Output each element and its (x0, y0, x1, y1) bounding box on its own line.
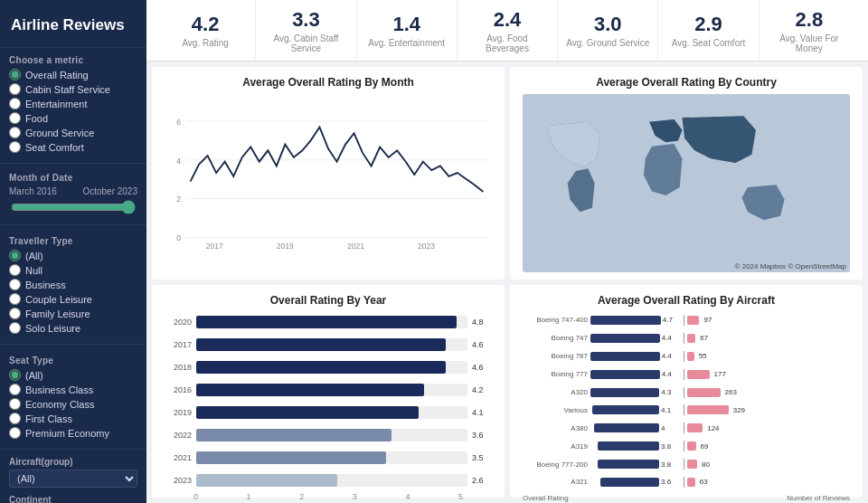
ac-left: 4.4 (590, 334, 681, 343)
ac-left-val: 4.4 (662, 352, 681, 360)
ac-left-bar (590, 352, 660, 361)
year-row: 2017 4.6 (165, 338, 492, 351)
line-chart-content: 6 4 2 0 2017 2019 2021 2023 (165, 94, 492, 272)
year-x-axis: 0 1 2 3 4 5 (165, 492, 492, 501)
aircraft-row: A320 4.3 263 (523, 385, 850, 400)
ac-right-val: 177 (714, 370, 726, 378)
seat-item-first[interactable]: First Class (9, 413, 137, 424)
seat-item-all[interactable]: (All) (9, 369, 137, 381)
traveller-item-couple[interactable]: Couple Leisure (9, 293, 137, 305)
aircraft-chart: Boeing 747-400 4.7 97 Boeing 747 4.4 67 … (523, 312, 850, 490)
year-track (196, 338, 467, 351)
line-chart-svg: 6 4 2 0 2017 2019 2021 2023 (165, 94, 492, 272)
year-fill (196, 429, 392, 441)
traveller-item-all[interactable]: (All) (9, 250, 137, 261)
map-content: © 2024 Mapbox © OpenStreetMap (523, 94, 850, 272)
ac-left-bar (590, 334, 660, 343)
aircraft-dropdown-label: Aircraft(group) (9, 457, 137, 467)
metric-item-seat[interactable]: Seat Comfort (9, 141, 137, 153)
ac-right-val: 124 (707, 424, 719, 432)
aircraft-row: Boeing 787 4.4 55 (523, 349, 850, 364)
year-label: 2018 (165, 363, 192, 372)
year-chart-title: Overall Rating By Year (165, 294, 492, 307)
seat-section-label: Seat Type (9, 356, 137, 365)
ac-right-bar (687, 370, 710, 379)
ac-bars: 4.3 263 (590, 387, 850, 398)
traveller-item-family[interactable]: Family Leisure (9, 308, 137, 319)
stat-value: 3.3 (292, 8, 320, 32)
ac-left-val: 4.1 (661, 406, 681, 414)
svg-text:0: 0 (176, 233, 181, 242)
ac-divider (684, 387, 684, 398)
aircraft-footer: Overall Rating Number of Reviews (523, 494, 850, 502)
year-track (196, 429, 467, 441)
ac-left: 3.6 (590, 478, 681, 487)
world-map: © 2024 Mapbox © OpenStreetMap (523, 94, 850, 272)
aircraft-row: Boeing 747-400 4.7 97 (523, 313, 850, 327)
ac-bars: 4.4 55 (590, 351, 850, 362)
traveller-item-solo[interactable]: Solo Leisure (9, 322, 137, 334)
ac-divider (684, 477, 684, 488)
stat-item: 4.2Avg. Rating (156, 0, 256, 61)
ac-divider (684, 369, 684, 380)
year-track (196, 361, 467, 374)
stat-label: Avg. Rating (182, 38, 229, 48)
ac-label: Boeing 777 (523, 370, 588, 378)
ac-bars: 4.4 177 (590, 369, 850, 380)
year-val: 2.6 (472, 476, 492, 485)
stat-label: Avg. Cabin Staff Service (263, 33, 348, 53)
seat-item-premium[interactable]: Premium Economy (9, 427, 137, 439)
ac-left-val: 3.8 (661, 460, 681, 469)
year-fill (196, 316, 457, 328)
traveller-item-null[interactable]: Null (9, 264, 137, 276)
seat-item-business_class[interactable]: Business Class (9, 384, 137, 395)
ac-bars: 4.4 67 (590, 333, 850, 344)
x-label-3: 3 (353, 492, 357, 501)
year-row: 2022 3.6 (165, 429, 492, 441)
aircraft-chart-box: Average Overall Rating By Aircraft Boein… (510, 285, 863, 498)
date-range-slider[interactable] (11, 201, 136, 214)
ac-left-bar (600, 478, 659, 487)
aircraft-row: A319 3.8 69 (523, 439, 850, 453)
x-label-0: 0 (193, 492, 198, 501)
aircraft-chart-title: Average Overall Rating By Aircraft (523, 294, 850, 307)
date-start: March 2016 (9, 186, 57, 196)
map-chart-box: Average Overall Rating By Country (510, 67, 863, 280)
ac-left: 4 (590, 423, 681, 432)
metric-section: Choose a metric Overall RatingCabin Staf… (0, 48, 146, 159)
metric-item-entertainment[interactable]: Entertainment (9, 98, 137, 109)
metric-item-overall[interactable]: Overall Rating (9, 69, 137, 81)
metric-item-food[interactable]: Food (9, 112, 137, 124)
metric-item-cabin[interactable]: Cabin Staff Service (9, 83, 137, 95)
x-label-2: 2 (299, 492, 304, 501)
svg-text:4: 4 (176, 157, 181, 166)
ac-right-val: 97 (703, 316, 712, 324)
ac-label: A319 (523, 442, 588, 451)
ac-right-bar (687, 441, 696, 451)
year-fill (196, 361, 446, 374)
year-row: 2016 4.2 (165, 384, 492, 396)
stat-item: 1.4Avg. Entertainment (357, 0, 458, 61)
ac-bars: 4.7 97 (590, 315, 850, 326)
aircraft-dropdown-wrap: Aircraft(group) (All) (0, 453, 146, 491)
ac-label: Boeing 777-200 (523, 460, 588, 469)
ac-left: 4.3 (590, 388, 681, 397)
ac-right-bar (687, 334, 695, 343)
year-fill (196, 406, 419, 419)
ac-divider (684, 422, 684, 433)
year-val: 4.2 (472, 385, 492, 394)
stat-value: 3.0 (594, 13, 622, 36)
metric-item-ground[interactable]: Ground Service (9, 127, 137, 138)
ac-left-bar (598, 460, 659, 469)
year-fill (196, 474, 337, 487)
aircraft-select[interactable]: (All) (9, 470, 137, 488)
traveller-item-business[interactable]: Business (9, 279, 137, 290)
ac-label: Boeing 747-400 (523, 316, 588, 324)
ac-label: Various (523, 406, 588, 414)
ac-left-bar (590, 370, 660, 379)
seat-item-economy[interactable]: Economy Class (9, 398, 137, 410)
svg-text:2: 2 (176, 195, 181, 204)
ac-right-bar (687, 405, 729, 414)
x-label-5: 5 (458, 492, 463, 501)
year-val: 3.5 (472, 453, 492, 462)
